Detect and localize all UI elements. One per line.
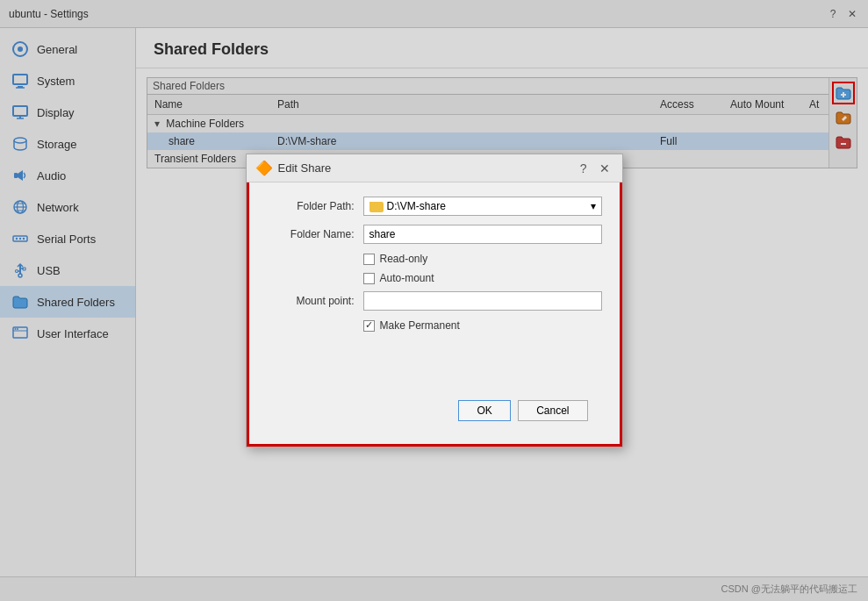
- folder-icon-small: [369, 200, 387, 212]
- folder-name-control: [363, 225, 602, 244]
- mount-point-label: Mount point:: [267, 295, 363, 307]
- dialog-title-icon: 🔶: [255, 160, 273, 176]
- dialog-footer: OK Cancel: [267, 391, 602, 430]
- ok-button[interactable]: OK: [458, 400, 511, 421]
- dropdown-arrow-icon: ▾: [591, 200, 596, 212]
- readonly-checkbox[interactable]: [363, 254, 375, 265]
- folder-path-value: D:\VM-share: [387, 200, 446, 212]
- make-permanent-checkbox[interactable]: [363, 320, 375, 332]
- cancel-button[interactable]: Cancel: [518, 400, 587, 421]
- folder-path-control: D:\VM-share ▾: [363, 197, 602, 216]
- dialog-help-button[interactable]: ?: [577, 161, 591, 175]
- folder-name-label: Folder Name:: [267, 228, 363, 240]
- make-permanent-row: Make Permanent: [363, 319, 602, 332]
- automount-checkbox[interactable]: [363, 273, 375, 284]
- make-permanent-label: Make Permanent: [380, 319, 460, 332]
- mount-point-input[interactable]: [363, 291, 602, 311]
- readonly-label: Read-only: [380, 253, 428, 265]
- mount-point-row: Mount point:: [267, 291, 602, 311]
- automount-row: Auto-mount: [363, 272, 602, 284]
- folder-path-label: Folder Path:: [267, 200, 363, 212]
- folder-path-row: Folder Path: D:\VM-share ▾: [267, 197, 602, 216]
- folder-path-select[interactable]: D:\VM-share ▾: [363, 197, 602, 216]
- dialog-titlebar: 🔶 Edit Share ? ✕: [247, 154, 622, 182]
- modal-overlay: 🔶 Edit Share ? ✕ Folder Path: D:\VM-shar…: [0, 0, 868, 601]
- folder-name-input[interactable]: [363, 225, 602, 244]
- edit-share-dialog: 🔶 Edit Share ? ✕ Folder Path: D:\VM-shar…: [246, 154, 623, 447]
- mount-point-control: [363, 291, 602, 311]
- readonly-row: Read-only: [363, 253, 602, 265]
- dialog-body: Folder Path: D:\VM-share ▾ Folder Name:: [247, 182, 622, 447]
- dialog-title-text: Edit Share: [278, 161, 571, 175]
- dialog-close-button[interactable]: ✕: [596, 161, 613, 175]
- folder-name-row: Folder Name:: [267, 225, 602, 244]
- automount-label: Auto-mount: [380, 272, 434, 284]
